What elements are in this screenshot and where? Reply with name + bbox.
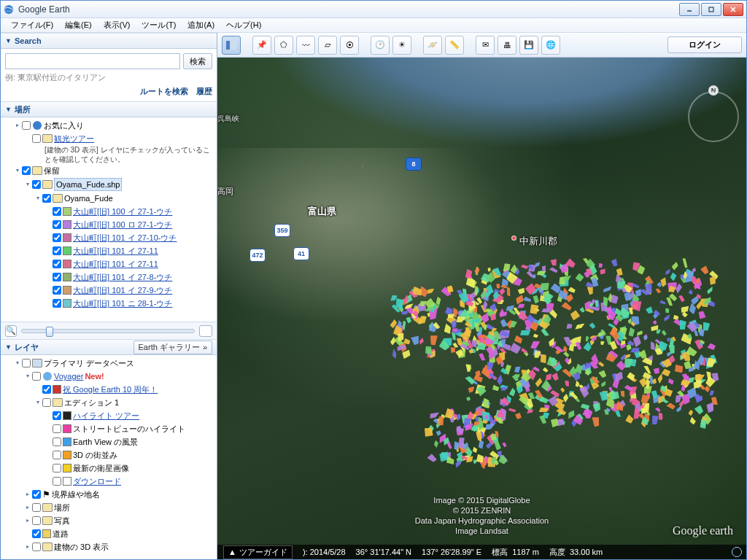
close-button[interactable] <box>723 3 743 16</box>
checkbox[interactable] <box>22 166 31 175</box>
tour-link[interactable]: 観光ツアー <box>54 133 94 144</box>
parcel-swatch-icon <box>63 299 71 308</box>
checkbox[interactable] <box>32 134 41 143</box>
expand-icon[interactable]: ▸ <box>24 491 31 498</box>
view-in-maps-button[interactable]: 🌐 <box>541 36 560 55</box>
image-overlay-button[interactable]: ▱ <box>318 36 337 55</box>
menu-tools[interactable]: ツール(T) <box>136 18 182 32</box>
planet-button[interactable]: 🪐 <box>423 36 442 55</box>
checkbox[interactable] <box>53 273 61 281</box>
menu-edit[interactable]: 編集(E) <box>59 18 98 32</box>
menu-help[interactable]: ヘルプ(H) <box>220 18 267 32</box>
history-link[interactable]: 履歴 <box>196 87 212 96</box>
checkbox[interactable] <box>53 246 61 255</box>
menu-add[interactable]: 追加(A) <box>182 18 220 32</box>
record-tour-button[interactable]: ⦿ <box>340 36 359 55</box>
checkbox[interactable] <box>53 260 61 268</box>
history-button[interactable]: 🕑 <box>371 36 390 55</box>
email-button[interactable]: ✉ <box>476 36 495 55</box>
maximize-button[interactable] <box>701 3 721 16</box>
parcel-link[interactable]: 大山町[旧] 100 イ 27-1-ウチ <box>73 206 172 217</box>
checkbox[interactable] <box>42 385 51 394</box>
checkbox[interactable] <box>32 542 41 551</box>
placemark-button[interactable]: 📌 <box>252 36 271 55</box>
expand-icon[interactable]: ▸ <box>24 544 31 551</box>
expand-icon[interactable]: ▾ <box>34 400 41 406</box>
imagery-date: ): 2014/5/28 <box>303 548 346 556</box>
swatch-icon <box>63 451 71 459</box>
shp-layer[interactable]: Oyama_Fude.shp <box>54 178 122 191</box>
route-search-link[interactable]: ルートを検索 <box>140 87 188 96</box>
checkbox[interactable] <box>32 180 41 189</box>
places-header[interactable]: ▼場所 <box>1 101 217 117</box>
checkbox[interactable] <box>53 220 61 229</box>
main-toolbar: 📌 ⬠ 〰 ▱ ⦿ 🕑 ☀ 🪐 📏 ✉ 🖶 💾 🌐 ログイン <box>217 33 746 58</box>
polygon-button[interactable]: ⬠ <box>274 36 293 55</box>
menu-view[interactable]: 表示(V) <box>98 18 136 32</box>
login-button[interactable]: ログイン <box>667 36 742 53</box>
checkbox[interactable] <box>53 424 61 433</box>
map-canvas[interactable]: 📌 ⬠ 〰 ▱ ⦿ 🕑 ☀ 🪐 📏 ✉ 🖶 💾 🌐 ログイン <box>217 33 746 559</box>
checkbox[interactable] <box>53 286 61 295</box>
checkbox[interactable] <box>53 464 61 472</box>
sidebar-toggle-button[interactable] <box>222 36 241 55</box>
parcel-link[interactable]: 大山町[旧] 101 イ 27-11 <box>73 245 158 257</box>
expand-icon[interactable]: ▾ <box>24 182 31 188</box>
search-button[interactable]: 検索 <box>183 53 212 69</box>
parcel-link[interactable]: 大山町[旧] 101 イ 27-10-ウチ <box>73 232 177 244</box>
checkbox[interactable] <box>53 451 61 459</box>
parcel-link[interactable]: 大山町[旧] 101 イ 27-9-ウチ <box>73 284 172 296</box>
checkbox[interactable] <box>53 299 61 308</box>
expand-icon[interactable]: ▸ <box>24 518 31 524</box>
parcel-swatch-icon <box>63 233 71 242</box>
checkbox[interactable] <box>32 516 41 525</box>
checkbox[interactable] <box>53 207 61 216</box>
checkbox[interactable] <box>22 121 31 130</box>
checkbox[interactable] <box>53 438 61 446</box>
zoom-out-icon[interactable]: 🔍 <box>5 325 17 337</box>
highlight-tour-link[interactable]: ハイライト ツアー <box>73 410 139 421</box>
checkbox[interactable] <box>53 477 61 486</box>
checkbox[interactable] <box>32 529 41 538</box>
download-link[interactable]: ダウンロード <box>73 475 121 487</box>
anniversary-link[interactable]: 祝 Google Earth 10 周年！ <box>63 384 158 395</box>
checkbox[interactable] <box>32 490 41 499</box>
expand-icon[interactable]: ▾ <box>24 373 31 380</box>
path-button[interactable]: 〰 <box>296 36 315 55</box>
checkbox[interactable] <box>32 372 41 381</box>
expand-icon[interactable]: ▾ <box>14 360 20 367</box>
parcel-link[interactable]: 大山町[旧] 101 イ 27-11 <box>73 258 158 270</box>
parcel-link[interactable]: 大山町[旧] 101 イ 27-8-ウチ <box>73 271 172 283</box>
parcel-link[interactable]: 大山町[旧] 100 ロ 27-1-ウチ <box>73 219 172 230</box>
expand-icon[interactable]: ▸ <box>14 122 20 129</box>
expand-icon[interactable]: ▾ <box>34 195 41 202</box>
save-image-button[interactable]: 💾 <box>519 36 538 55</box>
checkbox[interactable] <box>42 398 51 407</box>
tour-guide-button[interactable]: ▲ ツアーガイド <box>223 545 293 559</box>
database-icon <box>32 359 42 368</box>
print-button[interactable]: 🖶 <box>498 36 516 55</box>
checkbox[interactable] <box>53 233 61 242</box>
sunlight-button[interactable]: ☀ <box>392 36 411 55</box>
expand-icon[interactable]: ▾ <box>14 168 20 174</box>
folder-picker-button[interactable] <box>199 325 212 337</box>
menu-file[interactable]: ファイル(F) <box>5 18 59 32</box>
minimize-button[interactable] <box>679 3 700 16</box>
compass-control[interactable] <box>688 91 739 142</box>
map-viewport[interactable]: 8 359 41 472 富山県 中新川郡 高岡 呉島峡 N Image © 2… <box>217 58 746 559</box>
earth-gallery-button[interactable]: Earth ギャラリー » <box>133 341 212 354</box>
layers-header[interactable]: ▼レイヤ Earth ギャラリー » <box>1 339 217 355</box>
checkbox[interactable] <box>53 411 61 420</box>
voyager-link[interactable]: Voyager <box>54 370 83 382</box>
expand-icon[interactable]: ▸ <box>24 505 31 511</box>
checkbox[interactable] <box>22 359 31 368</box>
opacity-slider[interactable] <box>21 329 195 333</box>
parcel-link[interactable]: 大山町[旧] 101 ニ 28-1-ウチ <box>73 298 172 309</box>
checkbox[interactable] <box>42 194 51 203</box>
folder-icon <box>53 194 63 203</box>
search-input[interactable] <box>5 53 180 69</box>
search-header[interactable]: ▼Search <box>1 33 217 49</box>
ruler-button[interactable]: 📏 <box>445 36 464 55</box>
folder-icon <box>53 398 63 407</box>
checkbox[interactable] <box>32 503 41 512</box>
